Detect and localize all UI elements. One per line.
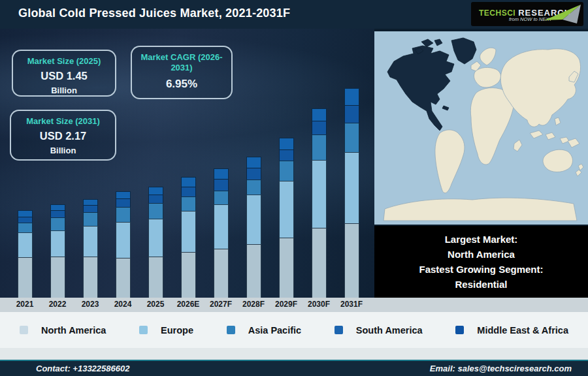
bar-segment-europe	[116, 222, 131, 258]
legend-swatch	[227, 326, 235, 334]
legend-item-south-america: South America	[335, 325, 423, 336]
bar-segment-north-america	[148, 257, 163, 298]
bar-segment-asia-pacific	[181, 196, 196, 211]
legend-label: Asia Pacific	[248, 325, 301, 336]
bar-segment-middle-east-africa	[116, 191, 131, 198]
bar-2023	[83, 199, 98, 298]
caption-line: Largest Market:	[374, 232, 588, 247]
legend-swatch	[335, 326, 343, 334]
bar-2022	[50, 204, 65, 298]
bar-segment-europe	[246, 195, 261, 244]
legend-swatch	[20, 326, 28, 334]
bar-segment-asia-pacific	[148, 203, 163, 219]
footer: Contact: +13322586602 Email: sales@techs…	[0, 361, 588, 376]
bar-segment-europe	[181, 211, 196, 252]
bar-segment-middle-east-africa	[148, 187, 163, 195]
bar-segment-europe	[279, 181, 294, 238]
legend-swatch	[455, 326, 464, 334]
bar-2026E	[181, 177, 196, 298]
bar-segment-asia-pacific	[279, 161, 294, 181]
x-axis-labels: 202120222023202420252026E2027F2028F2029F…	[0, 298, 588, 312]
x-axis-label-2022: 2022	[49, 300, 67, 309]
bar-segment-asia-pacific	[214, 191, 229, 204]
logo-arrow-icon	[542, 2, 583, 26]
bar-segment-north-america	[181, 252, 196, 298]
bar-2028F	[246, 157, 261, 298]
bar-segment-north-america	[214, 249, 229, 298]
bar-segment-middle-east-africa	[50, 204, 65, 210]
bar-segment-europe	[148, 219, 163, 257]
bar-segment-asia-pacific	[50, 217, 65, 230]
legend-item-asia-pacific: Asia Pacific	[227, 325, 301, 336]
bar-segment-south-america	[246, 168, 261, 180]
bottom-spacer-band	[0, 348, 588, 360]
bar-segment-south-america	[214, 179, 229, 191]
stacked-bar-chart	[0, 29, 374, 298]
bar-segment-north-america	[83, 257, 98, 298]
bar-segment-asia-pacific	[246, 180, 261, 195]
page-title: Global Cold Pressed Juices Market, 2021-…	[18, 7, 290, 20]
caption-line: North America	[374, 247, 588, 262]
bar-segment-south-america	[344, 105, 359, 123]
bar-segment-middle-east-africa	[214, 168, 229, 179]
bar-segment-south-america	[148, 195, 163, 203]
bar-segment-north-america	[344, 223, 359, 298]
bar-segment-middle-east-africa	[181, 177, 196, 187]
bar-segment-middle-east-africa	[18, 210, 33, 217]
map-column: Largest Market: North America Fastest Gr…	[374, 29, 588, 298]
bar-segment-south-america	[312, 121, 327, 134]
bar-segment-asia-pacific	[18, 223, 33, 232]
x-axis-label-2031F: 2031F	[340, 300, 363, 309]
chart-panel: Market Size (2025) USD 1.45 Billion Mark…	[0, 29, 374, 298]
bar-segment-south-america	[83, 205, 98, 212]
bar-segment-north-america	[18, 257, 33, 298]
legend-item-europe: Europe	[139, 325, 193, 336]
x-axis-label-2030F: 2030F	[308, 300, 330, 309]
caption-line: Fastest Growing Segment:	[374, 262, 588, 277]
x-axis-label-2021: 2021	[16, 300, 34, 309]
bar-2029F	[279, 138, 294, 298]
legend-item-north-america: North America	[20, 325, 106, 336]
bar-2027F	[214, 168, 229, 298]
bar-segment-north-america	[246, 244, 261, 298]
bar-segment-south-america	[18, 217, 33, 223]
legend-item-middle-east-africa: Middle East & Africa	[455, 325, 568, 336]
bar-segment-asia-pacific	[312, 134, 327, 160]
bar-segment-europe	[83, 226, 98, 257]
caption-line: Residential	[374, 277, 588, 292]
market-caption: Largest Market: North America Fastest Gr…	[374, 226, 588, 298]
bar-2021	[18, 210, 33, 298]
bar-segment-europe	[18, 232, 33, 257]
header: Global Cold Pressed Juices Market, 2021-…	[0, 0, 588, 29]
x-axis-label-2029F: 2029F	[275, 300, 297, 309]
footer-email: Email: sales@techsciresearch.com	[430, 364, 572, 373]
x-axis-label-2026E: 2026E	[177, 300, 200, 309]
techsci-logo: TechSciResearch from NOW to NEXT	[471, 2, 583, 26]
bar-segment-middle-east-africa	[279, 138, 294, 149]
bar-segment-north-america	[312, 228, 327, 298]
x-axis-label-2025: 2025	[147, 300, 165, 309]
bar-segment-south-america	[279, 149, 294, 161]
bar-2025	[148, 187, 163, 298]
legend-label: South America	[356, 325, 423, 336]
infographic-root: Global Cold Pressed Juices Market, 2021-…	[0, 0, 588, 376]
legend-swatch	[139, 326, 148, 334]
legend-label: Middle East & Africa	[477, 325, 568, 336]
footer-contact: Contact: +13322586602	[36, 364, 129, 373]
bar-segment-europe	[344, 152, 359, 223]
bar-segment-north-america	[50, 257, 65, 298]
bar-segment-europe	[50, 230, 65, 257]
bar-segment-middle-east-africa	[83, 199, 98, 205]
bar-segment-south-america	[181, 187, 196, 196]
bar-segment-middle-east-africa	[344, 88, 359, 105]
bar-segment-europe	[214, 204, 229, 249]
bar-segment-north-america	[279, 238, 294, 298]
bar-2031F	[344, 88, 359, 298]
bar-segment-asia-pacific	[116, 207, 131, 222]
bar-segment-south-america	[50, 210, 65, 217]
bar-segment-north-america	[116, 258, 131, 298]
bar-segment-asia-pacific	[344, 123, 359, 152]
bar-segment-middle-east-africa	[246, 157, 261, 168]
bar-segment-asia-pacific	[83, 212, 98, 226]
chart-legend: North AmericaEuropeAsia PacificSouth Ame…	[0, 312, 588, 348]
